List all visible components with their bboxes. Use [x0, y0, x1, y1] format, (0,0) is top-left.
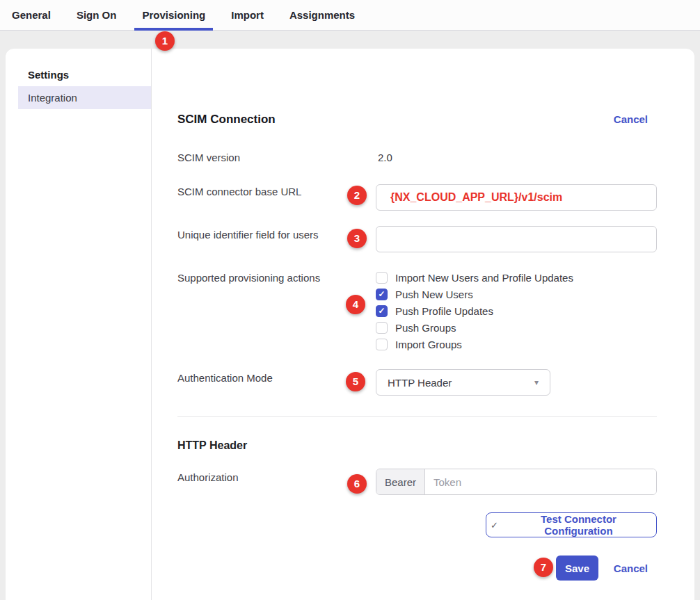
checkbox-unchecked[interactable]	[376, 322, 388, 334]
sidebar: Settings Integration	[6, 49, 152, 600]
annotation-badge-3: 3	[347, 229, 367, 248]
check-icon: ✓	[491, 520, 498, 530]
provisioning-action-row: ✓Push Profile Updates	[376, 302, 573, 319]
authorization-label: Authorization	[177, 471, 239, 484]
checkbox-label: Push Profile Updates	[395, 305, 493, 317]
tab-general[interactable]: General	[4, 0, 58, 30]
checkbox-label: Import New Users and Profile Updates	[395, 272, 573, 284]
tab-provisioning[interactable]: Provisioning	[134, 0, 213, 30]
provisioning-action-row: Import New Users and Profile Updates	[376, 269, 573, 286]
chevron-down-icon: ▾	[534, 378, 539, 387]
main-panel: Settings Integration SCIM Connection Can…	[6, 49, 694, 600]
annotation-badge-5: 5	[346, 372, 365, 391]
cancel-link-bottom[interactable]: Cancel	[614, 562, 648, 575]
checkbox-unchecked[interactable]	[376, 272, 388, 284]
provisioning-action-row: ✓Push New Users	[376, 286, 573, 302]
base-url-label: SCIM connector base URL	[177, 186, 301, 198]
base-url-input[interactable]	[376, 184, 657, 211]
annotation-badge-2: 2	[347, 186, 367, 205]
test-connector-configuration-label: Test Connector Configuration	[505, 513, 652, 537]
checkbox-label: Push New Users	[395, 289, 473, 300]
provisioning-action-row: Push Groups	[376, 319, 573, 336]
tab-import[interactable]: Import	[223, 0, 271, 30]
annotation-badge-1: 1	[155, 31, 175, 51]
annotation-badge-7: 7	[534, 558, 553, 577]
page-title: SCIM Connection	[177, 112, 276, 127]
provisioning-actions-list: Import New Users and Profile Updates✓Pus…	[376, 269, 573, 352]
check-icon: ✓	[378, 290, 385, 298]
sidebar-heading-settings: Settings	[28, 68, 69, 82]
checkbox-unchecked[interactable]	[376, 339, 388, 350]
checkbox-checked[interactable]: ✓	[376, 289, 388, 300]
scim-version-value: 2.0	[378, 152, 392, 164]
tab-bar: General Sign On Provisioning Import Assi…	[0, 0, 700, 31]
authentication-mode-value: HTTP Header	[388, 377, 452, 389]
bearer-prefix: Bearer	[376, 469, 425, 494]
annotation-badge-4: 4	[346, 295, 365, 314]
section-divider	[177, 416, 657, 417]
save-button[interactable]: Save	[556, 556, 598, 581]
tab-assignments[interactable]: Assignments	[282, 0, 363, 30]
annotation-badge-6: 6	[347, 474, 367, 494]
checkbox-label: Import Groups	[395, 339, 462, 350]
provisioning-actions-label: Supported provisioning actions	[177, 272, 320, 284]
token-input[interactable]	[425, 469, 656, 494]
unique-identifier-label: Unique identifier field for users	[177, 229, 319, 241]
tab-sign-on[interactable]: Sign On	[69, 0, 125, 30]
scim-version-label: SCIM version	[177, 152, 240, 164]
authentication-mode-select[interactable]: HTTP Header ▾	[376, 369, 550, 396]
provisioning-action-row: Import Groups	[376, 336, 573, 352]
authentication-mode-label: Authentication Mode	[177, 372, 273, 384]
page: General Sign On Provisioning Import Assi…	[0, 0, 700, 600]
check-icon: ✓	[378, 307, 385, 315]
unique-identifier-input[interactable]	[376, 226, 657, 252]
http-header-section-title: HTTP Header	[177, 439, 247, 453]
cancel-link-top[interactable]: Cancel	[614, 114, 648, 125]
checkbox-label: Push Groups	[395, 322, 456, 334]
checkbox-checked[interactable]: ✓	[376, 305, 388, 317]
sidebar-item-integration[interactable]: Integration	[18, 86, 151, 109]
authorization-input-group: Bearer	[376, 469, 657, 495]
test-connector-configuration-button[interactable]: ✓ Test Connector Configuration	[486, 512, 657, 537]
